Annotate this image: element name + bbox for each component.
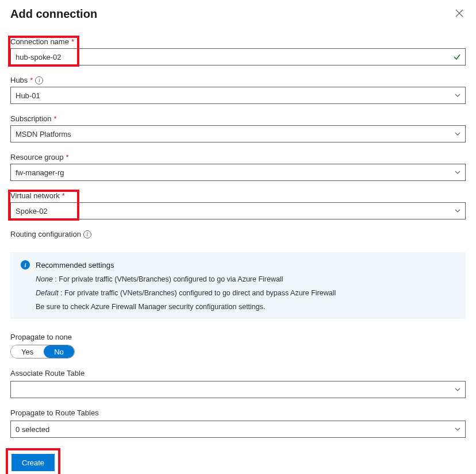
routing-label-text: Routing configuration <box>10 230 81 238</box>
create-button[interactable]: Create <box>11 454 55 471</box>
connection-name-input[interactable] <box>10 48 466 65</box>
subscription-value: MSDN Platforms <box>16 130 71 138</box>
callout-title: Recommended settings <box>36 261 114 269</box>
field-label-text: Hubs <box>10 76 28 84</box>
associate-route-table-wrap <box>10 381 466 398</box>
subscription-select[interactable]: MSDN Platforms <box>10 125 466 142</box>
field-label-text: Resource group <box>10 153 64 161</box>
propagate-route-tables-value: 0 selected <box>16 425 49 434</box>
propagate-none-label: Propagate to none <box>10 333 466 341</box>
required-asterisk: * <box>62 191 65 200</box>
hubs-select[interactable]: Hub-01 <box>10 87 466 104</box>
hubs-label: Hubs * i <box>10 76 466 84</box>
propagate-route-tables-label: Propagate to Route Tables <box>10 409 466 417</box>
close-icon <box>455 9 463 19</box>
field-label-text: Connection name <box>10 37 69 46</box>
panel-header: Add connection <box>10 7 466 21</box>
required-asterisk: * <box>71 37 74 46</box>
required-asterisk: * <box>66 153 69 161</box>
add-connection-panel: Add connection Connection name * Hubs * … <box>0 0 476 474</box>
required-asterisk: * <box>54 114 57 123</box>
virtual-network-select[interactable]: Spoke-02 <box>10 202 466 219</box>
callout-line-2: Default : For private traffic (VNets/Bra… <box>36 289 455 297</box>
virtual-network-wrap: Spoke-02 <box>10 202 466 219</box>
hubs-wrap: Hub-01 <box>10 87 466 104</box>
info-icon[interactable]: i <box>83 230 91 238</box>
callout-line-1: None : For private traffic (VNets/Branch… <box>36 275 455 283</box>
callout-line-3: Be sure to check Azure Firewall Manager … <box>36 303 455 311</box>
callout-title-row: i Recommended settings <box>21 260 455 269</box>
field-label-text: Subscription <box>10 114 52 123</box>
panel-title: Add connection <box>10 7 97 21</box>
callout-line2-rest: : For private traffic (VNets/Branches) c… <box>59 289 336 297</box>
toggle-yes[interactable]: Yes <box>11 345 44 358</box>
resource-group-label: Resource group * <box>10 153 466 161</box>
info-icon[interactable]: i <box>35 76 43 84</box>
propagate-route-tables-wrap: 0 selected <box>10 421 466 438</box>
routing-config-label: Routing configuration i <box>10 230 466 238</box>
propagate-none-toggle: Yes No <box>10 345 75 359</box>
check-icon <box>453 53 461 61</box>
virtual-network-label: Virtual network * <box>10 191 466 200</box>
hubs-value: Hub-01 <box>16 91 40 100</box>
virtual-network-value: Spoke-02 <box>16 207 48 215</box>
associate-route-table-select[interactable] <box>10 381 466 398</box>
panel-footer: Create <box>6 448 466 474</box>
propagate-none-toggle-wrap: Yes No <box>10 345 466 359</box>
resource-group-wrap: fw-manager-rg <box>10 164 466 181</box>
connection-name-label: Connection name * <box>10 37 466 46</box>
subscription-label: Subscription * <box>10 114 466 123</box>
callout-line1-rest: : For private traffic (VNets/Branches) c… <box>53 275 283 283</box>
propagate-route-tables-select[interactable]: 0 selected <box>10 421 466 438</box>
highlight-create: Create <box>6 448 60 474</box>
recommended-settings-callout: i Recommended settings None : For privat… <box>10 252 466 319</box>
info-solid-icon: i <box>21 260 30 269</box>
connection-name-wrap <box>10 48 466 65</box>
callout-line2-em: Default <box>36 289 59 297</box>
resource-group-value: fw-manager-rg <box>16 168 64 177</box>
required-asterisk: * <box>30 76 33 84</box>
associate-route-table-label: Associate Route Table <box>10 369 466 377</box>
callout-line1-em: None <box>36 275 53 283</box>
close-button[interactable] <box>453 7 466 21</box>
toggle-no[interactable]: No <box>44 345 74 358</box>
field-label-text: Virtual network <box>10 191 60 200</box>
resource-group-select[interactable]: fw-manager-rg <box>10 164 466 181</box>
subscription-wrap: MSDN Platforms <box>10 125 466 142</box>
